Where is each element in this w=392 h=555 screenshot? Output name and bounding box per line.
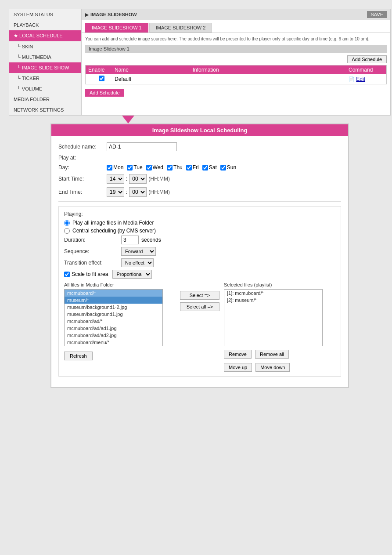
radio-cms-server-label: Central scheduling (by CMS server) (72, 228, 156, 234)
day-thu-checkbox[interactable] (167, 165, 173, 170)
dialog-body: Schedule name: Play at: Day: Mon Tue (51, 136, 348, 387)
select-button[interactable]: Select => (180, 291, 219, 300)
move-up-button[interactable]: Move up (224, 363, 252, 372)
scale-row: Scale to fit area Proportional Stretch (64, 270, 335, 279)
sidebar-item-local-schedule[interactable]: ★ LOCAL SCHEDULE (9, 30, 81, 41)
cms-panel: SYSTEM STATUS PLAYBACK ★ LOCAL SCHEDULE … (9, 9, 391, 116)
day-mon-checkbox[interactable] (107, 165, 112, 170)
sidebar-item-playback[interactable]: PLAYBACK (9, 20, 81, 30)
sidebar-item-volume[interactable]: └ VOLUME (9, 83, 81, 94)
file-item-5[interactable]: mcmuboard/ad/ad1.jpg (65, 325, 162, 332)
remove-all-button[interactable]: Remove all (255, 350, 289, 359)
radio-media-folder: Play all image files in Media Folder (64, 220, 335, 226)
start-hour-select[interactable]: 14 (107, 174, 124, 184)
table-header-row: Enable Name Information Command (86, 65, 386, 74)
file-item-0[interactable]: mcmuboard/* (65, 290, 162, 297)
table-row: Default 📄 Edit (86, 74, 386, 84)
duration-row: Duration: seconds (64, 236, 335, 244)
sequence-label: Sequence: (64, 248, 121, 254)
selected-item-1[interactable]: [2]: museum/* (224, 297, 322, 304)
add-schedule-bottom-button[interactable]: Add Schedule (85, 89, 124, 97)
edit-link[interactable]: Edit (356, 76, 365, 82)
row-command: 📄 Edit (349, 76, 384, 82)
scale-checkbox[interactable] (64, 272, 70, 277)
radio-cms-server-input[interactable] (64, 228, 70, 234)
content-area: You can add and schedule image sources h… (82, 33, 390, 101)
selected-item-0[interactable]: [1]: mcmuboard/* (224, 290, 322, 297)
sidebar-item-image-slideshow[interactable]: └ IMAGE SLIDE SHOW (9, 62, 81, 73)
sidebar-item-ticker[interactable]: └ TICKER (9, 73, 81, 83)
scale-select[interactable]: Proportional Stretch (112, 270, 152, 279)
end-time-format: (HH:MM) (148, 189, 170, 195)
radio-media-folder-label: Play all image files in Media Folder (72, 220, 154, 226)
row-enable-checkbox (88, 76, 115, 83)
day-sat-checkbox[interactable] (202, 165, 208, 170)
file-item-6[interactable]: mcmuboard/ad/ad2.jpg (65, 332, 162, 339)
playing-section: Playing: Play all image files in Media F… (58, 206, 341, 377)
move-buttons-row: Move up Move down (224, 363, 335, 372)
days-row: Day: Mon Tue Wed (58, 164, 341, 170)
sidebar-item-media-folder[interactable]: MEDIA FOLDER (9, 94, 81, 105)
file-item-4[interactable]: mcmuboard/ad/* (65, 318, 162, 325)
day-sun: Sun (220, 164, 236, 170)
refresh-button[interactable]: Refresh (64, 352, 93, 360)
end-time-inputs: 19 : 00 (HH:MM) (107, 187, 170, 197)
start-time-label: Start Time: (58, 176, 107, 182)
file-item-7[interactable]: mcmuboard/menu/* (65, 339, 162, 346)
day-tue-checkbox[interactable] (127, 165, 133, 170)
day-fri-checkbox[interactable] (186, 165, 192, 170)
time-colon-1: : (126, 176, 127, 182)
arrow-container (9, 116, 391, 123)
schedule-name-row: Schedule name: (58, 142, 341, 151)
day-mon-label: Mon (113, 164, 123, 170)
all-files-label: All files in Media Folder (64, 282, 176, 287)
duration-input[interactable] (121, 236, 139, 244)
scale-checkbox-wrapper: Scale to fit area (64, 271, 108, 277)
start-min-select[interactable]: 00 (129, 174, 147, 184)
select-all-button[interactable]: Select all => (180, 302, 219, 311)
tab-slideshow-2[interactable]: IMAGE SLIDESHOW 2 (149, 23, 212, 33)
day-tue-label: Tue (133, 164, 142, 170)
day-sun-checkbox[interactable] (220, 165, 226, 170)
start-time-row: Start Time: 14 : 00 (HH:MM) (58, 174, 341, 184)
all-files-list[interactable]: mcmuboard/* museum/* museum/background1-… (64, 289, 163, 346)
end-time-row: End Time: 19 : 00 (HH:MM) (58, 187, 341, 197)
remove-button[interactable]: Remove (224, 350, 252, 359)
add-schedule-top-button[interactable]: Add Schedule (347, 55, 387, 63)
sidebar-item-system-status[interactable]: SYSTEM STATUS (9, 9, 81, 20)
sidebar-item-network-settings[interactable]: NETWORK SETTINGS (9, 105, 81, 115)
end-time-label: End Time: (58, 189, 107, 195)
day-wed-label: Wed (153, 164, 163, 170)
col-header-name: Name (115, 67, 193, 73)
start-time-format: (HH:MM) (148, 176, 170, 182)
col-header-info: Information (193, 67, 349, 73)
selected-files-label: Selected files (playlist) (224, 282, 335, 287)
all-files-section: All files in Media Folder mcmuboard/* mu… (64, 282, 176, 360)
sequence-select[interactable]: Forward Backward Random (121, 247, 156, 256)
tab-slideshow-1[interactable]: IMAGE SLIDESHOW 1 (85, 23, 148, 33)
file-item-2[interactable]: museum/background1-2.jpg (65, 304, 162, 311)
day-wed-checkbox[interactable] (146, 165, 152, 170)
col-header-command: Command (349, 67, 384, 73)
schedule-name-input[interactable] (107, 142, 177, 151)
day-mon: Mon (107, 164, 123, 170)
schedule-name-label: Schedule name: (58, 144, 107, 150)
time-colon-2: : (126, 189, 127, 195)
file-item-3[interactable]: museum/background1.jpg (65, 311, 162, 318)
move-down-button[interactable]: Move down (255, 363, 290, 372)
sidebar-item-skin[interactable]: └ SKIN (9, 41, 81, 52)
radio-media-folder-input[interactable] (64, 220, 70, 226)
file-item-1[interactable]: museum/* (65, 297, 162, 304)
end-hour-select[interactable]: 19 (107, 187, 124, 197)
day-label: Day: (58, 164, 107, 170)
transition-select[interactable]: No effect Fade Slide (121, 258, 154, 267)
dialog-header: Image Slideshow Local Scheduling (51, 124, 348, 136)
file-lists: All files in Media Folder mcmuboard/* mu… (64, 282, 335, 372)
sidebar-item-multimedia[interactable]: └ MULTIMEDIA (9, 52, 81, 62)
selected-files-list[interactable]: [1]: mcmuboard/* [2]: museum/* (224, 289, 323, 346)
day-fri: Fri (186, 164, 199, 170)
enable-checkbox[interactable] (99, 76, 104, 81)
end-min-select[interactable]: 00 (129, 187, 147, 197)
tabs-row: IMAGE SLIDESHOW 1 IMAGE SLIDESHOW 2 (82, 20, 390, 33)
save-button[interactable]: SAVE (367, 11, 387, 18)
